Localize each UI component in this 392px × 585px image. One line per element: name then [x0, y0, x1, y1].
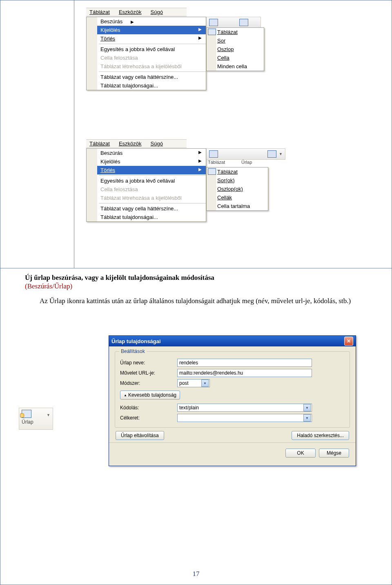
menuitem-cellafelosztasa: Cella felosztása — [87, 54, 206, 62]
chevron-down-icon: ▼ — [201, 380, 209, 387]
body-text: Új űrlap beszúrása, vagy a kijelölt tula… — [25, 273, 366, 305]
menu-eszkozok[interactable]: Eszközök — [119, 141, 142, 147]
label-modszer: Módszer: — [120, 380, 177, 386]
form-icon — [22, 410, 31, 418]
menu-tablazat[interactable]: Táblázat — [89, 9, 110, 15]
page-number: 17 — [0, 570, 392, 578]
tool-icon[interactable] — [209, 150, 218, 158]
menuitem-torles[interactable]: Törlés▶ — [87, 34, 206, 43]
menu-sugo[interactable]: Súgó — [151, 141, 163, 147]
menuitem-kijeloles[interactable]: Kijelölés▶ — [87, 26, 206, 34]
chevron-down-icon[interactable]: ▼ — [279, 152, 283, 156]
screenshot-torles: Táblázat Eszközök Súgó Beszúrás▶ Kijelöl… — [86, 139, 206, 222]
dialog-title: Űrlap tulajdonságai — [111, 338, 344, 344]
input-urlap-neve[interactable] — [177, 359, 312, 367]
submenu-torles: Táblázat Sor(ok) Oszlop(ok) Cellák Cella… — [206, 167, 268, 211]
label-muvelet-url: Művelet URL-je: — [120, 370, 177, 376]
menuitem-kijeloles[interactable]: Kijelölés▶ — [87, 157, 206, 166]
menubar-1: Táblázat Eszközök Súgó — [86, 8, 187, 16]
button-halado-szerkesztes[interactable]: Haladó szerkesztés... — [292, 431, 349, 440]
toolbar-urlap-label: Űrlap — [22, 419, 33, 425]
menuitem-beszuras[interactable]: Beszúrás▶ — [87, 17, 206, 26]
menuitem-letrehozas: Táblázat létrehozása a kijelölésből — [87, 62, 206, 71]
dropdown-tablazat-2: Beszúrás▶ Kijelölés▶ Törlés▶ Egyesítés a… — [86, 148, 206, 222]
button-ok[interactable]: OK — [285, 449, 316, 458]
tool-icon[interactable] — [267, 150, 276, 158]
menuitem-hatterszin[interactable]: Táblázat vagy cella háttérszíne... — [87, 204, 206, 213]
select-modszer[interactable]: post▼ — [177, 379, 210, 387]
menuitem-torles[interactable]: Törlés▶ — [87, 166, 206, 174]
toolbar-peek-1 — [206, 17, 261, 28]
tool-label: Űrlap — [241, 160, 252, 165]
submenuitem-tablazat[interactable]: Táblázat — [207, 28, 264, 36]
dialog-titlebar: Űrlap tulajdonságai ✕ — [109, 336, 356, 346]
label-urlap-neve: Űrlap neve: — [120, 360, 177, 366]
close-button[interactable]: ✕ — [344, 337, 353, 346]
menuitem-egyesites[interactable]: Egyesítés a jobbra lévő cellával — [87, 176, 206, 185]
table-icon — [208, 168, 216, 175]
toolbar-peek-2: ▼ — [206, 148, 285, 160]
menu-sugo[interactable]: Súgó — [151, 9, 163, 15]
button-megse[interactable]: Mégse — [319, 449, 349, 458]
menuitem-egyesites[interactable]: Egyesítés a jobbra lévő cellával — [87, 45, 206, 54]
menuitem-letrehozas: Táblázat létrehozása a kijelölésből — [87, 194, 206, 202]
input-muvelet-url[interactable] — [177, 369, 312, 377]
submenuitem-tablazat[interactable]: Táblázat — [207, 167, 268, 176]
table-icon — [208, 29, 216, 35]
dropdown-tablazat-1: Beszúrás▶ Kijelölés▶ Törlés▶ Egyesítés a… — [86, 17, 206, 90]
screenshot-kijeloles: Táblázat Eszközök Súgó Beszúrás▶ Kijelöl… — [86, 8, 206, 90]
tool-icon[interactable] — [239, 19, 248, 26]
chevron-down-icon: ▼ — [303, 414, 311, 422]
menuitem-hatterszin[interactable]: Táblázat vagy cella háttérszíne... — [87, 73, 206, 81]
tool-icon[interactable] — [209, 19, 218, 26]
menuitem-cellafelosztasa: Cella felosztása — [87, 185, 206, 194]
chevron-down-icon: ▼ — [303, 404, 311, 411]
menuitem-tulajdonsagok[interactable]: Táblázat tulajdonságai... — [87, 81, 206, 90]
fieldset-legend: Beállítások — [119, 348, 147, 354]
submenu-kijeloles: Táblázat Sor Oszlop Cella Minden cella — [206, 27, 264, 71]
fieldset-beallitasok: Beállítások Űrlap neve: Művelet URL-je: … — [115, 351, 350, 428]
label-kodolas: Kódolás: — [120, 405, 177, 411]
chevron-down-icon: ▼ — [47, 413, 50, 417]
select-kodolas[interactable]: text/plain▼ — [177, 404, 312, 412]
select-celkeret[interactable]: ▼ — [177, 414, 312, 422]
menuitem-beszuras[interactable]: Beszúrás▶ — [87, 149, 206, 157]
button-kevesebb-tulajdonsag[interactable]: ▲Kevesebb tulajdonság — [120, 391, 180, 400]
toolbar-urlap-button[interactable]: ▼ Űrlap — [19, 408, 53, 430]
tool-label: Táblázat — [208, 160, 225, 165]
label-celkeret: Célkeret: — [120, 415, 177, 421]
menubar-2: Táblázat Eszközök Súgó — [86, 139, 187, 148]
menuitem-tulajdonsagok[interactable]: Táblázat tulajdonságai... — [87, 213, 206, 221]
button-urlap-eltavolitasa[interactable]: Űrlap eltávolítása — [116, 431, 164, 440]
dialog-urlap-tulajdonsagai: Űrlap tulajdonságai ✕ Beállítások Űrlap … — [109, 335, 356, 466]
menu-eszkozok[interactable]: Eszközök — [119, 9, 142, 15]
menu-tablazat[interactable]: Táblázat — [89, 141, 110, 147]
